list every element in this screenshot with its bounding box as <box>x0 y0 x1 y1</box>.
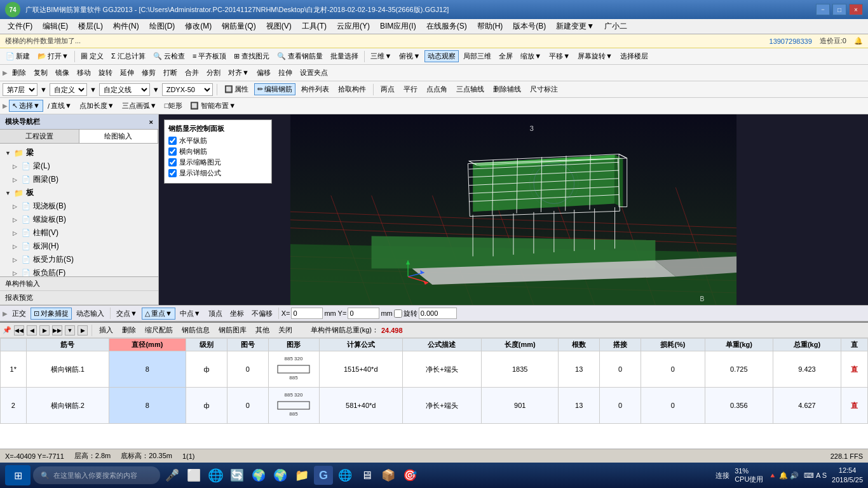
tree-item[interactable]: ▷📄 板负筋(F) <box>0 266 158 276</box>
center-point-button[interactable]: 中点▼ <box>177 308 204 320</box>
pan-button[interactable]: 平移▼ <box>546 50 573 62</box>
3d-button[interactable]: 三维▼ <box>367 50 395 62</box>
taskbar-cortana-icon[interactable]: 🎤 <box>163 466 182 485</box>
report-preview-button[interactable]: 报表预览 <box>0 291 158 305</box>
merge-button[interactable]: 合并 <box>182 67 202 79</box>
set-grip-button[interactable]: 设置夹点 <box>297 67 331 79</box>
calculate-button[interactable]: Σ 汇总计算 <box>108 50 149 62</box>
batch-select-button[interactable]: 批量选择 <box>327 50 362 62</box>
custom-select[interactable]: 自定义 <box>50 83 87 96</box>
close-button[interactable]: × <box>849 4 863 15</box>
taskbar-refresh-icon[interactable]: 🔄 <box>227 466 247 485</box>
move-button[interactable]: 移动 <box>74 67 94 79</box>
table-row[interactable]: 1* 横向钢筋.1 8 ф 0 885 320 885 1515+40*d 净长… <box>1 351 868 388</box>
system-clock[interactable]: 12:54 2018/5/25 <box>832 466 863 485</box>
canvas-area[interactable]: 钢筋显示控制面板 水平纵筋 横向钢筋 显示缩略图元 <box>159 114 868 305</box>
others-button[interactable]: 其他 <box>252 324 273 336</box>
rotate-button[interactable]: 旋转 <box>95 67 116 79</box>
top-view-button[interactable]: 俯视▼ <box>396 50 423 62</box>
dim-label-button[interactable]: 尺寸标注 <box>527 83 561 95</box>
taskbar-browser-icon[interactable]: 🌐 <box>336 466 355 485</box>
extend-button[interactable]: 延伸 <box>117 67 137 79</box>
midpoint-button[interactable]: △ 重点▼ <box>142 308 175 320</box>
no-move-button[interactable]: 不偏移 <box>248 308 276 320</box>
coord-button[interactable]: 坐标 <box>227 308 247 320</box>
taskbar-edge-icon[interactable]: 🌍 <box>271 466 290 485</box>
align-button[interactable]: 对齐▼ <box>225 67 252 79</box>
point-length-button[interactable]: 点加长度▼ <box>76 100 118 112</box>
scale-rebar-button[interactable]: 缩尺配筋 <box>142 324 176 336</box>
layer-select[interactable]: 第7层 <box>3 83 37 96</box>
show-icon-checkbox[interactable] <box>168 158 177 166</box>
menu-item[interactable]: BIM应用(I) <box>375 20 421 33</box>
smart-layout-button[interactable]: 🔲 智能布置▼ <box>187 100 239 112</box>
edit-rebar-button[interactable]: ✏ 编辑钢筋 <box>254 83 295 95</box>
menu-item[interactable]: 视图(V) <box>261 20 297 33</box>
menu-item[interactable]: 绘图(D) <box>144 20 180 33</box>
sidebar-tab-drawing[interactable]: 绘图输入 <box>79 130 159 143</box>
close-panel-button[interactable]: 关闭 <box>275 324 295 336</box>
nav-first-button[interactable]: ◀◀ <box>14 325 24 336</box>
object-snap-button[interactable]: ⊡ 对象捕捉 <box>31 308 72 320</box>
select-tool-button[interactable]: ↖ 选择▼ <box>9 100 43 112</box>
tree-item[interactable]: ▼📁 板 <box>0 186 158 200</box>
tree-item[interactable]: ▷📄 现浇板(B) <box>0 200 158 213</box>
y-input[interactable] <box>348 308 379 319</box>
rect-tool-button[interactable]: □矩形 <box>161 100 186 112</box>
taskbar-app1-icon[interactable]: 🖥 <box>357 466 376 485</box>
menu-item[interactable]: 工具(T) <box>297 20 332 33</box>
line-select[interactable]: 自定义线 <box>99 83 150 96</box>
component-list-button[interactable]: 构件列表 <box>298 83 332 95</box>
taskbar-search[interactable]: 🔍 在这里输入你要搜索的内容 <box>33 466 160 484</box>
fullscreen-button[interactable]: 全屏 <box>496 50 516 62</box>
tree-item[interactable]: ▼📁 梁 <box>0 146 158 159</box>
rotate-input[interactable] <box>419 308 457 319</box>
rebar-library-button[interactable]: 钢筋图库 <box>215 324 250 336</box>
break-button[interactable]: 打断 <box>160 67 180 79</box>
intersection-button[interactable]: 交点▼ <box>113 308 140 320</box>
angle-button[interactable]: 点点角 <box>423 83 451 95</box>
single-component-button[interactable]: 单构件输入 <box>0 277 158 291</box>
tree-item[interactable]: ▷📄 板洞(H) <box>0 240 158 253</box>
nav-down-button[interactable]: ▼ <box>65 325 75 336</box>
maximize-button[interactable]: □ <box>832 4 846 15</box>
taskbar-ie-icon[interactable]: 🌐 <box>206 466 225 485</box>
cloud-check-button[interactable]: 🔍 云检查 <box>150 50 188 62</box>
tree-item[interactable]: ▷📄 圈梁(B) <box>0 173 158 186</box>
split-button[interactable]: 分割 <box>203 67 224 79</box>
menu-item[interactable]: 广小二 <box>599 20 632 33</box>
dynamic-view-button[interactable]: 动态观察 <box>424 50 459 62</box>
menu-item[interactable]: 版本号(B) <box>508 20 551 33</box>
pick-component-button[interactable]: 拾取构件 <box>335 83 369 95</box>
copy-button[interactable]: 复制 <box>31 67 51 79</box>
menu-item[interactable]: 新建变更▼ <box>551 20 599 33</box>
nav-prev-button[interactable]: ◀ <box>27 325 37 336</box>
nav-last-button[interactable]: ▶▶ <box>52 325 62 336</box>
align-top-button[interactable]: ≡ 平齐板顶 <box>189 50 229 62</box>
local-3d-button[interactable]: 局部三维 <box>460 50 494 62</box>
tree-item[interactable]: ▷📄 梁(L) <box>0 159 158 173</box>
menu-item[interactable]: 在线服务(S) <box>421 20 472 33</box>
tree-item[interactable]: ▷📄 板受力筋(S) <box>0 253 158 266</box>
view-rebar-button[interactable]: 🔍 查看钢筋量 <box>274 50 326 62</box>
vertex-button[interactable]: 顶点 <box>205 308 226 320</box>
taskbar-folder-icon[interactable]: 📁 <box>292 466 311 485</box>
screen-rotate-button[interactable]: 屏幕旋转▼ <box>574 50 616 62</box>
two-point-button[interactable]: 两点 <box>377 83 398 95</box>
taskbar-app3-icon[interactable]: 🎯 <box>400 466 419 485</box>
new-button[interactable]: 📄 新建 <box>3 50 33 62</box>
line-tool-button[interactable]: / 直线▼ <box>44 100 75 112</box>
property-button[interactable]: 🔲 属性 <box>221 83 252 95</box>
menu-item[interactable]: 帮助(H) <box>472 20 508 33</box>
show-formula-checkbox[interactable] <box>168 169 177 177</box>
trim-button[interactable]: 修剪 <box>139 67 159 79</box>
select-floor-button[interactable]: 选择楼层 <box>617 50 651 62</box>
nav-next-button[interactable]: ▶ <box>39 325 50 336</box>
menu-item[interactable]: 编辑(E) <box>37 20 73 33</box>
taskbar-taskview-icon[interactable]: ⬜ <box>184 466 203 485</box>
find-element-button[interactable]: ⊞ 查找图元 <box>231 50 273 62</box>
delete-button[interactable]: 删除 <box>9 67 29 79</box>
horizontal-stirrup-checkbox[interactable] <box>168 147 177 156</box>
zoom-button[interactable]: 缩放▼ <box>517 50 545 62</box>
arc-tool-button[interactable]: 三点画弧▼ <box>119 100 160 112</box>
